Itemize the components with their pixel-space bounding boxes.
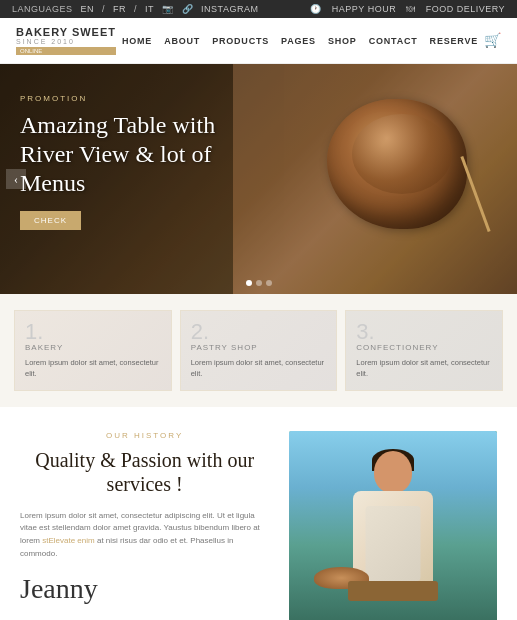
nav-shop[interactable]: SHOP (328, 36, 357, 46)
nav-home[interactable]: HOME (122, 36, 152, 46)
logo-subtitle: SINCE 2010 (16, 38, 116, 45)
service-num-2: 2. (191, 321, 327, 343)
service-desc-1: Lorem ipsum dolor sit amet, consectetur … (25, 357, 161, 380)
person-apron (366, 506, 421, 581)
history-image (289, 431, 497, 621)
service-desc-2: Lorem ipsum dolor sit amet, consectetur … (191, 357, 327, 380)
hero-promotion-label: PROMOTION (20, 94, 260, 103)
hero-dot-3[interactable] (266, 280, 272, 286)
top-bar-left: LANGUAGES EN / FR / IT 📷 🔗 INSTAGRAM (12, 4, 258, 14)
languages-label: LANGUAGES (12, 4, 73, 14)
topbar-icon-camera: 📷 (162, 4, 174, 14)
hero-section: PROMOTION Amazing Table with River View … (0, 64, 517, 294)
bread-tray (348, 581, 438, 601)
instagram-link[interactable]: INSTAGRAM (201, 4, 258, 14)
service-name-2: Pastry Shop (191, 343, 327, 352)
lang-en[interactable]: EN (81, 4, 95, 14)
happy-hour-link[interactable]: HAPPY HOUR (332, 4, 396, 14)
nav-pages[interactable]: PAGES (281, 36, 316, 46)
service-name-1: Bakery (25, 343, 161, 352)
history-body-link[interactable]: stElevate enim (42, 536, 94, 545)
nav-contact[interactable]: CONTACT (369, 36, 418, 46)
nav-reserve[interactable]: RESERVE (430, 36, 478, 46)
history-title: Quality & Passion with our services ! (20, 448, 269, 496)
signature: Jeanny (20, 573, 269, 605)
food-delivery-link[interactable]: FOOD DELIVERY (426, 4, 505, 14)
bread-visual (287, 84, 487, 244)
hero-dots (246, 280, 272, 286)
nav-links: HOME ABOUT PRODUCTS PAGES SHOP CONTACT R… (122, 36, 478, 46)
lang-it[interactable]: IT (145, 4, 154, 14)
happy-hour-icon: 🕐 (310, 4, 322, 14)
history-text: OUR HISTORY Quality & Passion with our s… (20, 431, 269, 605)
history-section: OUR HISTORY Quality & Passion with our s… (0, 407, 517, 621)
top-bar-right: 🕐 HAPPY HOUR 🍽 FOOD DELIVERY (310, 4, 505, 14)
service-card-1: 1. Bakery Lorem ipsum dolor sit amet, co… (14, 310, 172, 391)
top-bar: LANGUAGES EN / FR / IT 📷 🔗 INSTAGRAM 🕐 H… (0, 0, 517, 18)
hero-title: Amazing Table with River View & lot of M… (20, 111, 260, 197)
person-head (374, 451, 412, 493)
food-delivery-icon: 🍽 (406, 4, 416, 14)
service-desc-3: Lorem ipsum dolor sit amet, consectetur … (356, 357, 492, 380)
service-num-1: 1. (25, 321, 161, 343)
cart-icon[interactable]: 🛒 (484, 32, 501, 49)
hero-cta-button[interactable]: CHECK (20, 211, 81, 230)
service-name-3: Confectionery (356, 343, 492, 352)
lang-fr[interactable]: FR (113, 4, 126, 14)
bread-inner (352, 114, 452, 194)
service-num-3: 3. (356, 321, 492, 343)
hero-content: PROMOTION Amazing Table with River View … (20, 94, 260, 230)
nav-products[interactable]: PRODUCTS (212, 36, 269, 46)
logo: BAKERY SWEET SINCE 2010 ONLINE (16, 26, 116, 55)
topbar-icon-share: 🔗 (182, 4, 194, 14)
logo-badge: ONLINE (16, 47, 116, 55)
hero-dot-2[interactable] (256, 280, 262, 286)
nav-about[interactable]: ABOUT (164, 36, 200, 46)
navbar: BAKERY SWEET SINCE 2010 ONLINE HOME ABOU… (0, 18, 517, 64)
history-label: OUR HISTORY (20, 431, 269, 440)
hero-prev-arrow[interactable]: ‹ (6, 169, 26, 189)
wheat-stem (460, 156, 490, 232)
lang-divider-2: / (134, 4, 137, 14)
service-cards: 1. Bakery Lorem ipsum dolor sit amet, co… (0, 294, 517, 407)
hero-dot-1[interactable] (246, 280, 252, 286)
service-card-3: 3. Confectionery Lorem ipsum dolor sit a… (345, 310, 503, 391)
history-body: Lorem ipsum dolor sit amet, consectetur … (20, 510, 269, 561)
service-card-2: 2. Pastry Shop Lorem ipsum dolor sit ame… (180, 310, 338, 391)
lang-divider-1: / (102, 4, 105, 14)
logo-title: BAKERY SWEET (16, 26, 116, 38)
